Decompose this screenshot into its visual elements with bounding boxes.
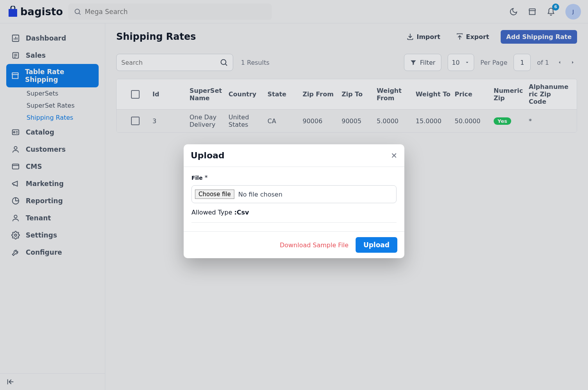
modal-title: Upload xyxy=(191,151,391,160)
allowed-value: :Csv xyxy=(234,209,249,216)
allowed-type: Allowed Type :Csv xyxy=(191,209,397,223)
download-sample-link[interactable]: Download Sample File xyxy=(280,241,348,249)
upload-button[interactable]: Upload xyxy=(356,237,397,253)
no-file-text: No file chosen xyxy=(238,191,282,198)
close-icon[interactable]: ✕ xyxy=(391,151,397,160)
allowed-prefix: Allowed Type xyxy=(191,209,234,216)
choose-file-button[interactable]: Choose file xyxy=(195,190,234,199)
upload-modal: Upload ✕ File * Choose file No file chos… xyxy=(184,144,404,258)
file-input[interactable]: Choose file No file chosen xyxy=(191,185,397,203)
file-label: File xyxy=(191,175,203,181)
modal-overlay[interactable]: Upload ✕ File * Choose file No file chos… xyxy=(0,0,588,390)
required-mark: * xyxy=(205,174,208,181)
